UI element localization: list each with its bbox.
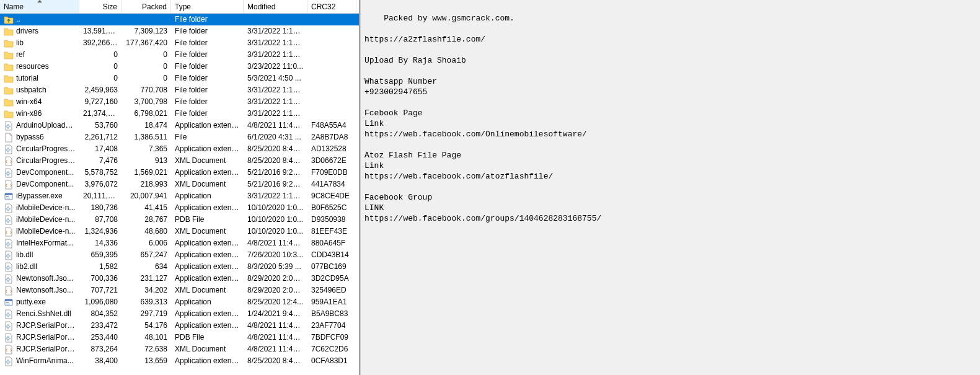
cell-modified: 4/8/2021 11:42 ... <box>244 120 307 131</box>
table-row[interactable]: CircularProgress...7,476913XML Document8… <box>0 155 359 167</box>
cell-size: 20,111,872 <box>79 190 121 202</box>
table-row[interactable]: putty.exe1,096,080639,313Application8/25… <box>0 296 359 308</box>
table-row[interactable]: ArduinoUploade...53,76018,474Application… <box>0 120 359 131</box>
column-header-crc[interactable]: CRC32 <box>307 0 356 13</box>
table-row[interactable]: iMobileDevice-n...87,70828,767PDB File10… <box>0 214 359 226</box>
file-name: CircularProgress... <box>16 155 76 167</box>
column-header-size[interactable]: Size <box>79 0 121 13</box>
cell-size: 38,400 <box>79 355 121 367</box>
file-name: Renci.SshNet.dll <box>16 308 71 320</box>
cell-modified: 3/31/2022 1:13 ... <box>244 96 307 108</box>
column-header-modified[interactable]: Modified <box>244 0 307 13</box>
cell-crc: 880A645F <box>307 237 356 249</box>
cell-size: 53,760 <box>79 120 121 131</box>
table-row[interactable]: DevComponent...5,578,7521,569,021Applica… <box>0 167 359 179</box>
cell-name: win-x86 <box>0 108 79 120</box>
table-row[interactable]: lib2.dll1,582634Application extens...8/3… <box>0 261 359 273</box>
cell-modified: 4/8/2021 11:42 ... <box>244 343 307 355</box>
cell-size: 659,395 <box>79 249 121 261</box>
cell-name: lib.dll <box>0 249 79 261</box>
cell-packed: 1,386,511 <box>121 131 171 143</box>
column-header-label: Type <box>175 0 191 14</box>
folder-icon <box>4 62 14 72</box>
cell-size: 0 <box>79 61 121 73</box>
file-name: lib <box>16 37 24 49</box>
cell-packed: 20,007,941 <box>121 190 171 202</box>
cell-size: 392,266,667 <box>79 37 121 49</box>
cell-name: lib <box>0 37 79 49</box>
cell-crc <box>307 49 356 61</box>
folder-up-icon <box>4 15 14 25</box>
folder-icon <box>4 74 14 84</box>
cell-type: Application extens... <box>171 249 244 261</box>
cell-modified: 4/8/2021 11:42 ... <box>244 320 307 332</box>
cell-name: resources <box>0 61 79 73</box>
cell-packed: 657,247 <box>121 249 171 261</box>
cell-packed: 41,415 <box>121 202 171 214</box>
table-row[interactable]: DevComponent...3,976,072218,993XML Docum… <box>0 179 359 190</box>
table-row[interactable]: WinFormAnima...38,40013,659Application e… <box>0 355 359 367</box>
cell-crc: 325496ED <box>307 285 356 296</box>
table-row[interactable]: IntelHexFormat...14,3366,006Application … <box>0 237 359 249</box>
table-row[interactable]: Newtonsoft.Jso...707,72134,202XML Docume… <box>0 285 359 296</box>
file-list-body[interactable]: ..File folderdrivers13,591,1157,309,123F… <box>0 14 359 375</box>
file-name: RJCP.SerialPortS... <box>16 343 76 355</box>
table-row[interactable]: resources00File folder3/23/2022 11:0... <box>0 61 359 73</box>
cell-packed: 231,127 <box>121 273 171 285</box>
cell-crc: F48A55A4 <box>307 120 356 131</box>
table-row[interactable]: ..File folder <box>0 14 359 25</box>
cell-type: PDB File <box>171 332 244 343</box>
file-name: CircularProgress... <box>16 143 76 155</box>
column-header-type[interactable]: Type <box>171 0 244 13</box>
cell-packed: 48,680 <box>121 226 171 237</box>
table-row[interactable]: RJCP.SerialPortS...873,26472,638XML Docu… <box>0 343 359 355</box>
table-row[interactable]: iMobileDevice-n...180,73641,415Applicati… <box>0 202 359 214</box>
cell-size: 1,096,080 <box>79 296 121 308</box>
cell-modified: 3/23/2022 11:0... <box>244 61 307 73</box>
folder-icon <box>4 27 14 37</box>
cell-modified: 3/31/2022 1:13 ... <box>244 25 307 37</box>
cell-crc <box>307 25 356 37</box>
file-name: iMobileDevice-n... <box>16 202 75 214</box>
table-row[interactable]: lib392,266,667177,367,420File folder3/31… <box>0 37 359 49</box>
cell-crc: B5A9BC83 <box>307 308 356 320</box>
folder-icon <box>4 38 14 48</box>
cell-size: 17,408 <box>79 143 121 155</box>
cell-packed: 3,700,798 <box>121 96 171 108</box>
file-name: putty.exe <box>16 296 46 308</box>
table-row[interactable]: iMobileDevice-n...1,324,93648,680XML Doc… <box>0 226 359 237</box>
exe-icon <box>4 192 14 201</box>
preview-pane[interactable]: Packed by www.gsmcrack.com. https://a2zf… <box>360 0 980 375</box>
table-row[interactable]: RJCP.SerialPortS...233,47254,176Applicat… <box>0 320 359 332</box>
table-row[interactable]: RJCP.SerialPortS...253,44048,101PDB File… <box>0 332 359 343</box>
cell-crc <box>307 61 356 73</box>
cell-packed: 54,176 <box>121 320 171 332</box>
table-row[interactable]: drivers13,591,1157,309,123File folder3/3… <box>0 25 359 37</box>
table-row[interactable]: tutorial00File folder5/3/2021 4:50 ... <box>0 73 359 84</box>
table-row[interactable]: usbpatch2,459,963770,708File folder3/31/… <box>0 84 359 96</box>
cell-packed: 0 <box>121 61 171 73</box>
dll-icon <box>4 333 14 343</box>
cell-size: 2,261,712 <box>79 131 121 143</box>
table-row[interactable]: ref00File folder3/31/2022 1:13 ... <box>0 49 359 61</box>
column-header-name[interactable]: Name <box>0 0 79 13</box>
column-header-label: Packed <box>142 0 167 14</box>
xml-icon <box>4 156 14 166</box>
cell-modified: 3/31/2022 1:13 ... <box>244 108 307 120</box>
file-name: usbpatch <box>16 84 46 96</box>
table-row[interactable]: win-x8621,374,5516,798,021File folder3/3… <box>0 108 359 120</box>
folder-icon <box>4 86 14 95</box>
cell-crc: 2A8B7DA8 <box>307 131 356 143</box>
cell-packed: 7,309,123 <box>121 25 171 37</box>
table-row[interactable]: bypass62,261,7121,386,511File6/1/2020 4:… <box>0 131 359 143</box>
cell-name: Renci.SshNet.dll <box>0 308 79 320</box>
table-row[interactable]: lib.dll659,395657,247Application extens.… <box>0 249 359 261</box>
column-header-packed[interactable]: Packed <box>121 0 171 13</box>
table-row[interactable]: CircularProgress...17,4087,365Applicatio… <box>0 143 359 155</box>
table-row[interactable]: iBypasser.exe20,111,87220,007,941Applica… <box>0 190 359 202</box>
dll-icon <box>4 309 14 319</box>
table-row[interactable]: win-x649,727,1603,700,798File folder3/31… <box>0 96 359 108</box>
file-name: lib2.dll <box>16 261 37 273</box>
table-row[interactable]: Renci.SshNet.dll804,352297,719Applicatio… <box>0 308 359 320</box>
table-row[interactable]: Newtonsoft.Jso...700,336231,127Applicati… <box>0 273 359 285</box>
